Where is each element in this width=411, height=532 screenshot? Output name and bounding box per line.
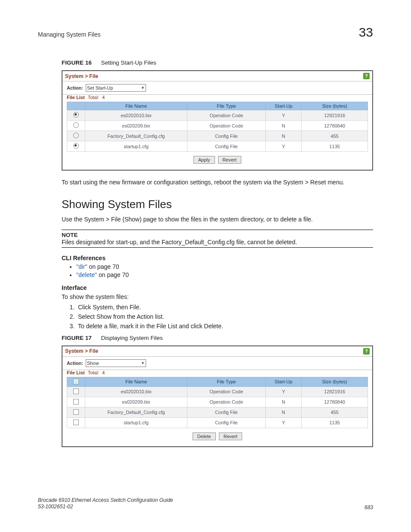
footer-docnum: 53-1002651-02 xyxy=(38,504,173,510)
list-item: "delete" on page 70 xyxy=(76,271,373,278)
chevron-down-icon: ▼ xyxy=(141,361,145,365)
cell-file-type: Config File xyxy=(187,417,265,428)
step-item: To delete a file, mark it in the File Li… xyxy=(76,323,373,330)
action-label: Action: xyxy=(67,361,83,366)
cell-size: 455 xyxy=(302,407,368,417)
apply-button[interactable]: Apply xyxy=(193,156,215,164)
cell-size: 12780840 xyxy=(302,121,368,131)
action-select-value: Show xyxy=(87,361,99,366)
radio-select[interactable] xyxy=(73,133,79,138)
radio-select[interactable] xyxy=(73,122,79,128)
cli-heading: CLI References xyxy=(62,255,373,261)
table-row: es020209.bix Operation Code N 12780840 xyxy=(67,397,368,407)
cell-startup: Y xyxy=(265,386,302,397)
figure17-caption: FIGURE 17 Displaying System Files xyxy=(62,335,373,341)
table-row: startup1.cfg Config File Y 1135 xyxy=(67,141,368,152)
table-row: es0202010.bix Operation Code Y 12821916 xyxy=(67,386,368,397)
help-icon[interactable]: ? xyxy=(363,348,370,355)
chevron-down-icon: ▼ xyxy=(141,86,145,90)
list-item: "dir" on page 70 xyxy=(76,263,373,270)
col-startup: Start-Up xyxy=(265,377,302,386)
figure16-caption: FIGURE 16 Setting Start-Up Files xyxy=(62,59,373,66)
select-all-checkbox[interactable] xyxy=(73,379,79,384)
cell-file-type: Config File xyxy=(187,141,265,152)
file-list-label: File List xyxy=(67,370,85,375)
action-select[interactable]: Show ▼ xyxy=(86,359,146,367)
file-list-table: File Name File Type Start-Up Size (bytes… xyxy=(67,102,368,152)
revert-button[interactable]: Revert xyxy=(218,156,241,164)
cell-startup: Y xyxy=(265,141,302,152)
cell-file-name: Factory_Default_Config.cfg xyxy=(85,407,187,417)
col-startup: Start-Up xyxy=(265,102,302,110)
cell-file-name: es020209.bix xyxy=(85,121,187,131)
table-row: es0202010.bix Operation Code Y 12821916 xyxy=(67,110,368,121)
cli-link-delete[interactable]: "delete" xyxy=(76,271,97,278)
footer-title: Brocade 6910 Ethernet Access Switch Conf… xyxy=(38,497,173,504)
panel-set-startup: System > File ? Action: Set Start-Up ▼ F… xyxy=(62,70,373,171)
cell-startup: N xyxy=(265,407,302,417)
cell-file-name: Factory_Default_Config.cfg xyxy=(85,131,187,141)
cell-file-type: Operation Code xyxy=(187,110,265,121)
row-checkbox[interactable] xyxy=(73,409,79,415)
cell-file-name: es0202010.bix xyxy=(85,386,187,397)
table-row: Factory_Default_Config.cfg Config File N… xyxy=(67,407,368,417)
action-select[interactable]: Set Start-Up ▼ xyxy=(86,84,146,92)
steps-list: Click System, then File. Select Show fro… xyxy=(62,304,373,330)
action-label: Action: xyxy=(67,85,83,90)
step-item: Click System, then File. xyxy=(76,304,373,311)
section-intro: Use the System > File (Show) page to sho… xyxy=(62,215,373,224)
cell-startup: Y xyxy=(265,417,302,428)
delete-button[interactable]: Delete xyxy=(193,432,216,440)
cell-size: 12821916 xyxy=(302,386,368,397)
note-label: NOTE xyxy=(62,232,373,238)
cell-size: 12780840 xyxy=(302,397,368,407)
row-checkbox[interactable] xyxy=(73,399,79,404)
table-row: es020209.bix Operation Code N 12780840 xyxy=(67,121,368,131)
total-value: 4 xyxy=(102,95,105,100)
cli-suffix: on page 70 xyxy=(97,271,129,278)
row-checkbox[interactable] xyxy=(73,420,79,425)
cell-file-type: Config File xyxy=(187,131,265,141)
col-file-name: File Name xyxy=(85,377,187,386)
cell-startup: N xyxy=(265,131,302,141)
cell-size: 1135 xyxy=(302,417,368,428)
chapter-number: 33 xyxy=(359,25,373,40)
page-footer: Brocade 6910 Ethernet Access Switch Conf… xyxy=(38,497,373,510)
revert-button[interactable]: Revert xyxy=(219,432,242,440)
col-size: Size (bytes) xyxy=(302,377,368,386)
cell-file-type: Operation Code xyxy=(187,121,265,131)
total-value: 4 xyxy=(102,370,105,375)
cell-startup: N xyxy=(265,397,302,407)
table-row: startup1.cfg Config File Y 1135 xyxy=(67,417,368,428)
radio-select[interactable] xyxy=(73,143,79,149)
col-file-type: File Type xyxy=(187,377,265,386)
section-name: Managing System Files xyxy=(38,31,101,38)
cell-file-name: startup1.cfg xyxy=(85,141,187,152)
breadcrumb: System > File xyxy=(65,348,98,354)
file-list-label: File List xyxy=(67,95,85,100)
cell-size: 455 xyxy=(302,131,368,141)
col-file-type: File Type xyxy=(187,102,265,110)
cell-file-name: es020209.bix xyxy=(85,397,187,407)
figure17-title: Displaying System Files xyxy=(101,335,163,341)
total-label: Total: xyxy=(88,95,99,100)
note-text: Files designated for start-up, and the F… xyxy=(62,239,373,246)
cell-file-name: es0202010.bix xyxy=(85,110,187,121)
cli-suffix: on page 70 xyxy=(87,263,119,270)
help-icon[interactable]: ? xyxy=(363,73,370,79)
action-select-value: Set Start-Up xyxy=(87,85,113,90)
figure16-label: FIGURE 16 xyxy=(62,59,92,66)
page-number: 683 xyxy=(364,504,373,510)
running-header: Managing System Files 33 xyxy=(38,25,373,40)
note-block: NOTE Files designated for start-up, and … xyxy=(62,230,373,248)
cell-startup: N xyxy=(265,121,302,131)
radio-select[interactable] xyxy=(73,112,79,118)
cli-link-dir[interactable]: "dir" xyxy=(76,263,87,270)
file-list-table: File Name File Type Start-Up Size (bytes… xyxy=(67,377,368,428)
cell-file-type: Config File xyxy=(187,407,265,417)
breadcrumb: System > File xyxy=(65,73,98,79)
cell-size: 1135 xyxy=(302,141,368,152)
para-after-fig16: To start using the new firmware or confi… xyxy=(62,178,373,187)
row-checkbox[interactable] xyxy=(73,389,79,394)
figure16-title: Setting Start-Up Files xyxy=(101,59,156,66)
